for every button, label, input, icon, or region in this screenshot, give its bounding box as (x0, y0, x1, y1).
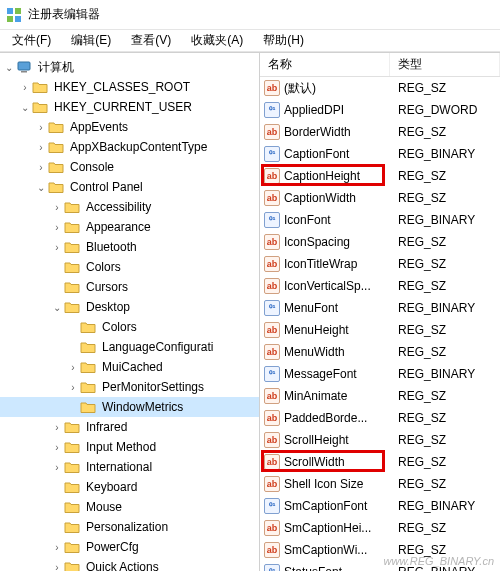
tree-quickactions[interactable]: › Quick Actions (0, 557, 259, 571)
chevron-down-icon[interactable]: ⌄ (34, 180, 48, 194)
tree-colors[interactable]: • Colors (0, 257, 259, 277)
list-row[interactable]: abCaptionHeightREG_SZ (260, 165, 500, 187)
folder-icon (64, 259, 80, 275)
tree-inputmethod[interactable]: › Input Method (0, 437, 259, 457)
chevron-right-icon[interactable]: › (34, 120, 48, 134)
list-row[interactable]: abCaptionWidthREG_SZ (260, 187, 500, 209)
tree-label: Infrared (84, 419, 129, 435)
col-header-type[interactable]: 类型 (390, 53, 500, 76)
tree-label: PowerCfg (84, 539, 141, 555)
list-row[interactable]: abIconTitleWrapREG_SZ (260, 253, 500, 275)
list-row[interactable]: abMinAnimateREG_SZ (260, 385, 500, 407)
tree-accessibility[interactable]: › Accessibility (0, 197, 259, 217)
value-type: REG_BINARY (394, 147, 500, 161)
list-row[interactable]: ⁰¹AppliedDPIREG_DWORD (260, 99, 500, 121)
list-row[interactable]: abShell Icon SizeREG_SZ (260, 473, 500, 495)
tree-label: Cursors (84, 279, 130, 295)
tree-cursors[interactable]: • Cursors (0, 277, 259, 297)
list-row[interactable]: abIconSpacingREG_SZ (260, 231, 500, 253)
menu-help[interactable]: 帮助(H) (255, 30, 312, 51)
chevron-right-icon[interactable]: › (34, 160, 48, 174)
list-row[interactable]: abPaddedBorde...REG_SZ (260, 407, 500, 429)
list-row[interactable]: ⁰¹MessageFontREG_BINARY (260, 363, 500, 385)
tree-scroll[interactable]: ⌄ 计算机 › HKEY_CLASSES_ROOT ⌄ HKEY_CURRENT… (0, 57, 259, 571)
menu-edit[interactable]: 编辑(E) (63, 30, 119, 51)
value-type: REG_SZ (394, 81, 500, 95)
tree-appx[interactable]: › AppXBackupContentType (0, 137, 259, 157)
folder-icon (48, 139, 64, 155)
tree-bluetooth[interactable]: › Bluetooth (0, 237, 259, 257)
tree-appevents[interactable]: › AppEvents (0, 117, 259, 137)
tree-keyboard[interactable]: • Keyboard (0, 477, 259, 497)
chevron-down-icon[interactable]: ⌄ (2, 60, 16, 74)
folder-icon (80, 379, 96, 395)
list-row[interactable]: abSmCaptionWi...REG_SZ (260, 539, 500, 561)
list-row[interactable]: abIconVerticalSp...REG_SZ (260, 275, 500, 297)
list-row[interactable]: abBorderWidthREG_SZ (260, 121, 500, 143)
tree-personalization[interactable]: • Personalization (0, 517, 259, 537)
chevron-right-icon[interactable]: › (50, 540, 64, 554)
tree-mouse[interactable]: • Mouse (0, 497, 259, 517)
tree-desktop[interactable]: ⌄ Desktop (0, 297, 259, 317)
list-row[interactable]: ab(默认)REG_SZ (260, 77, 500, 99)
tree-appearance[interactable]: › Appearance (0, 217, 259, 237)
binary-value-icon: ⁰¹ (264, 498, 280, 514)
value-type: REG_SZ (394, 257, 500, 271)
tree-infrared[interactable]: › Infrared (0, 417, 259, 437)
value-type: REG_SZ (394, 521, 500, 535)
tree-label: Appearance (84, 219, 153, 235)
chevron-right-icon[interactable]: › (50, 420, 64, 434)
list-row[interactable]: abSmCaptionHei...REG_SZ (260, 517, 500, 539)
value-name: Shell Icon Size (284, 477, 394, 491)
chevron-down-icon[interactable]: ⌄ (18, 100, 32, 114)
chevron-right-icon[interactable]: › (66, 360, 80, 374)
tree-international[interactable]: › International (0, 457, 259, 477)
tree-powercfg[interactable]: › PowerCfg (0, 537, 259, 557)
tree-root[interactable]: ⌄ 计算机 (0, 57, 259, 77)
value-type: REG_DWORD (394, 103, 500, 117)
list-row[interactable]: ⁰¹CaptionFontREG_BINARY (260, 143, 500, 165)
tree-langcfg[interactable]: • LanguageConfigurati (0, 337, 259, 357)
chevron-right-icon[interactable]: › (50, 240, 64, 254)
tree-desktop-colors[interactable]: • Colors (0, 317, 259, 337)
menu-file[interactable]: 文件(F) (4, 30, 59, 51)
string-value-icon: ab (264, 432, 280, 448)
list-row[interactable]: abScrollHeightREG_SZ (260, 429, 500, 451)
tree-console[interactable]: › Console (0, 157, 259, 177)
tree-label: MuiCached (100, 359, 165, 375)
list-row[interactable]: abMenuHeightREG_SZ (260, 319, 500, 341)
list-row[interactable]: ⁰¹SmCaptionFontREG_BINARY (260, 495, 500, 517)
list-row[interactable]: ⁰¹StatusFontREG_BINARY (260, 561, 500, 571)
col-header-name[interactable]: 名称 (260, 53, 390, 76)
tree-muicached[interactable]: › MuiCached (0, 357, 259, 377)
chevron-right-icon[interactable]: › (34, 140, 48, 154)
chevron-right-icon[interactable]: › (50, 200, 64, 214)
tree-permonitor[interactable]: › PerMonitorSettings (0, 377, 259, 397)
tree-controlpanel[interactable]: ⌄ Control Panel (0, 177, 259, 197)
list-row[interactable]: ⁰¹IconFontREG_BINARY (260, 209, 500, 231)
chevron-right-icon[interactable]: › (50, 560, 64, 571)
string-value-icon: ab (264, 388, 280, 404)
folder-icon (64, 479, 80, 495)
list-pane[interactable]: 名称 类型 ab(默认)REG_SZ⁰¹AppliedDPIREG_DWORDa… (260, 53, 500, 571)
value-name: MessageFont (284, 367, 394, 381)
value-name: IconSpacing (284, 235, 394, 249)
chevron-right-icon[interactable]: › (50, 460, 64, 474)
menu-favorites[interactable]: 收藏夹(A) (183, 30, 251, 51)
chevron-right-icon[interactable]: › (50, 220, 64, 234)
menu-view[interactable]: 查看(V) (123, 30, 179, 51)
list-row[interactable]: abScrollWidthREG_SZ (260, 451, 500, 473)
value-name: StatusFont (284, 565, 394, 571)
list-row[interactable]: abMenuWidthREG_SZ (260, 341, 500, 363)
chevron-right-icon[interactable]: › (18, 80, 32, 94)
workspace: ⌄ 计算机 › HKEY_CLASSES_ROOT ⌄ HKEY_CURRENT… (0, 52, 500, 571)
chevron-right-icon[interactable]: › (66, 380, 80, 394)
tree-hkcr[interactable]: › HKEY_CLASSES_ROOT (0, 77, 259, 97)
tree-hkcu[interactable]: ⌄ HKEY_CURRENT_USER (0, 97, 259, 117)
chevron-down-icon[interactable]: ⌄ (50, 300, 64, 314)
tree-windowmetrics[interactable]: • WindowMetrics (0, 397, 259, 417)
list-row[interactable]: ⁰¹MenuFontREG_BINARY (260, 297, 500, 319)
value-name: IconVerticalSp... (284, 279, 394, 293)
chevron-right-icon[interactable]: › (50, 440, 64, 454)
value-type: REG_BINARY (394, 367, 500, 381)
